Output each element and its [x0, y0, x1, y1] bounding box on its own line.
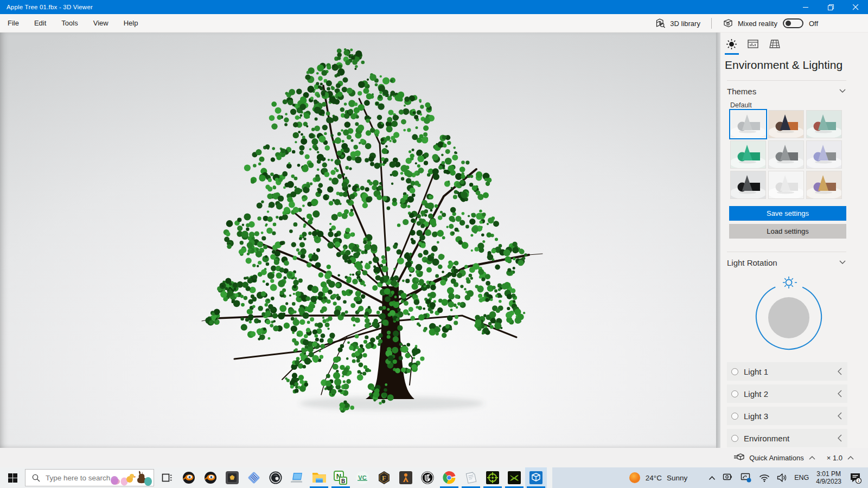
3d-library-icon [655, 18, 666, 29]
light-3-radio[interactable] [731, 413, 738, 420]
theme-tile-colorful[interactable] [806, 171, 842, 199]
taskbar-app-unreal-engine-icon[interactable] [417, 467, 438, 488]
network-share-icon[interactable] [741, 473, 752, 483]
sun-icon [726, 39, 737, 49]
save-settings-button[interactable]: Save settings [729, 206, 846, 221]
light-rotation-dial[interactable] [749, 275, 829, 356]
light-3-row[interactable]: Light 3 [727, 407, 847, 425]
taskbar-app-green-x-app-icon[interactable] [503, 467, 525, 488]
animation-speed-value[interactable]: × 1.0 [827, 454, 843, 462]
menu-help[interactable]: Help [116, 14, 146, 33]
meet-now-icon[interactable] [723, 473, 733, 483]
theme-tile-emerald[interactable] [730, 140, 766, 169]
start-button[interactable] [0, 467, 25, 488]
quick-animations-label[interactable]: Quick Animations [749, 454, 803, 462]
mixed-reality-toggle[interactable] [783, 18, 803, 28]
theme-tile-default-gray[interactable] [730, 110, 766, 138]
light-2-row[interactable]: Light 2 [727, 384, 847, 403]
restore-icon [828, 4, 834, 10]
environment-lighting-tab[interactable] [726, 39, 737, 52]
theme-tile-white[interactable] [768, 171, 804, 199]
environment-radio[interactable] [731, 435, 738, 442]
light-3-label: Light 3 [744, 412, 837, 421]
light-1-radio[interactable] [731, 368, 738, 375]
divider [727, 80, 846, 81]
light-2-label: Light 2 [744, 389, 837, 399]
system-tray: 24°C Sunny ENG 3:01 PM 4/9/2023 1 [629, 467, 868, 488]
theme-grid [730, 110, 845, 199]
theme-tile-lavender[interactable] [806, 140, 842, 169]
menu-view[interactable]: View [86, 14, 116, 33]
taskbar-app-notepad-plus-plus-icon[interactable]: NB [330, 467, 352, 488]
chevron-up-icon[interactable] [709, 476, 716, 480]
tray-icons [709, 473, 787, 483]
light-2-radio[interactable] [731, 390, 738, 397]
viewport-3d[interactable] [0, 33, 716, 448]
dial-knob[interactable] [768, 297, 809, 338]
menu-bar: File Edit Tools View Help 3D library [0, 14, 868, 33]
taskbar-app-capture-app-icon[interactable] [221, 467, 243, 488]
taskbar-app-chrome-icon[interactable] [438, 467, 460, 488]
tray-time: 3:01 PM [816, 470, 841, 478]
taskbar-app-design-app-icon[interactable] [243, 467, 265, 488]
light-1-row[interactable]: Light 1 [727, 362, 847, 381]
taskbar-app-3d-viewer-icon[interactable] [525, 467, 547, 488]
svg-text:B: B [341, 478, 345, 484]
panel-edge-shadow [716, 33, 720, 448]
grid-tab[interactable] [769, 39, 780, 52]
menu-edit[interactable]: Edit [27, 14, 54, 33]
action-center-button[interactable]: 1 [848, 471, 863, 485]
load-settings-button[interactable]: Load settings [729, 224, 846, 239]
taskbar-app-task-view-icon[interactable] [156, 467, 178, 488]
action-center-icon: 1 [849, 471, 862, 484]
volume-icon[interactable] [777, 473, 787, 482]
weather-widget[interactable]: 24°C Sunny [629, 472, 687, 484]
wifi-icon[interactable] [759, 474, 770, 482]
weather-condition: Sunny [667, 474, 687, 482]
svg-text:F: F [382, 474, 386, 482]
close-button[interactable] [843, 0, 868, 14]
taskbar-app-blender-icon[interactable] [200, 467, 221, 488]
themes-section-header[interactable]: Themes [727, 85, 846, 98]
chevron-up-icon[interactable] [809, 455, 815, 460]
theme-tile-warm-orange[interactable] [768, 110, 804, 138]
environment-row[interactable]: Environment [727, 429, 847, 447]
taskbar-search[interactable] [25, 469, 154, 486]
windows-logo-icon [8, 473, 17, 483]
windows-taskbar: NBVCF 24°C Sunny ENG 3:01 PM 4/9/2023 [0, 467, 868, 488]
3d-library-button[interactable]: 3D library [655, 18, 700, 29]
taskbar-app-vc-app-icon[interactable]: VC [352, 467, 373, 488]
clock[interactable]: 3:01 PM 4/9/2023 [816, 470, 841, 485]
stats-tab[interactable] [748, 39, 758, 52]
light-rotation-heading: Light Rotation [727, 258, 777, 267]
menu-tools[interactable]: Tools [54, 14, 85, 33]
tree-canopy [205, 48, 527, 413]
taskbar-app-laptop-icon[interactable] [286, 467, 308, 488]
quick-animations-icon [734, 453, 744, 462]
taskbar-app-character-app-icon[interactable] [395, 467, 417, 488]
light-rotation-section-header[interactable]: Light Rotation [727, 256, 846, 269]
taskbar-app-green-target-app-icon[interactable] [482, 467, 503, 488]
sun-weather-icon [629, 472, 641, 484]
taskbar-app-file-explorer-icon[interactable] [308, 467, 330, 488]
theme-tile-black[interactable] [730, 171, 766, 199]
chevron-up-icon[interactable] [847, 455, 854, 460]
theme-tile-gray-dark[interactable] [768, 140, 804, 169]
taskbar-apps: NBVCF [156, 467, 547, 488]
taskbar-app-onenote-paper-icon[interactable] [460, 467, 482, 488]
restore-button[interactable] [818, 0, 843, 14]
environment-lighting-panel: Environment & Lighting Themes Default [720, 33, 868, 448]
minimize-button[interactable] [793, 0, 818, 14]
taskbar-app-blender-icon[interactable] [178, 467, 200, 488]
sun-handle-icon[interactable] [783, 277, 797, 288]
language-indicator[interactable]: ENG [794, 474, 809, 481]
menu-file[interactable]: File [0, 14, 27, 33]
chevron-left-icon [837, 434, 842, 442]
easter-decoration [110, 470, 152, 486]
mixed-reality-label: Mixed reality [738, 20, 777, 28]
theme-tile-teal-red[interactable] [806, 110, 842, 138]
taskbar-app-obs-icon[interactable] [265, 467, 286, 488]
mixed-reality-button[interactable]: Mixed reality [723, 18, 777, 29]
themes-heading: Themes [727, 87, 756, 96]
taskbar-app-hexagon-f-icon[interactable]: F [373, 467, 395, 488]
